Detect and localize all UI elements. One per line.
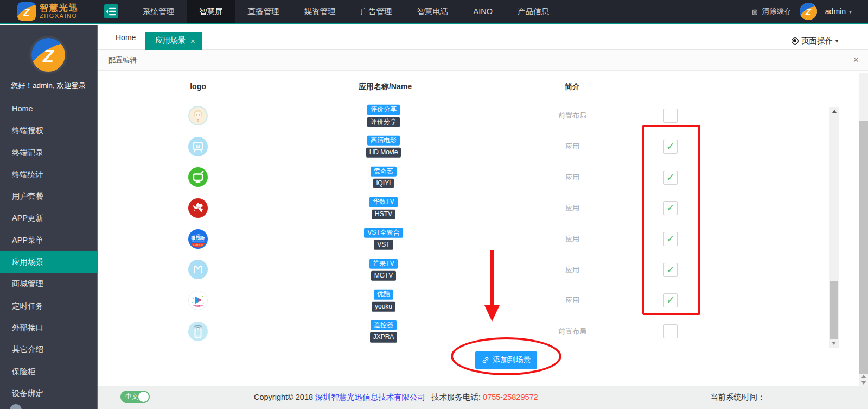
top-nav-item[interactable]: 智慧电话 — [405, 0, 461, 23]
tab-app-scene[interactable]: 应用场景 × — [145, 32, 202, 50]
app-select-checkbox[interactable]: ✓ — [663, 263, 678, 277]
app-title: 智慧光迅 — [40, 4, 79, 13]
sidebar-item[interactable]: 保险柜 — [0, 361, 97, 382]
app-select-checkbox[interactable]: ✓ — [663, 324, 678, 338]
page-scroll-up-icon[interactable] — [861, 375, 866, 378]
page-scrollbar-thumb[interactable] — [859, 121, 868, 374]
sidebar-item[interactable]: 终端授权 — [0, 119, 97, 141]
top-nav-item[interactable]: AINO — [461, 0, 505, 23]
sidebar-item[interactable]: 商城管理 — [0, 273, 97, 294]
sidebar-bottom-circle[interactable] — [10, 404, 22, 409]
collapse-icon — [104, 4, 118, 18]
company-link[interactable]: 深圳智慧光迅信息技术有限公司 — [315, 393, 425, 401]
tab-label: 应用场景 — [155, 36, 186, 46]
app-select-checkbox[interactable]: ✓ — [663, 140, 678, 154]
clear-cache-button[interactable]: 清除缓存 — [751, 7, 792, 16]
col-header-intro: 简介 — [529, 71, 616, 98]
user-menu[interactable]: admin ▾ — [825, 7, 852, 16]
app-intro-text: 应用 — [529, 265, 616, 275]
inner-scrollbar[interactable] — [829, 107, 839, 348]
app-name-cell: 评价分享评价分享 — [329, 105, 438, 127]
panel-close-icon[interactable]: × — [853, 50, 859, 70]
remote-control-icon — [188, 322, 208, 341]
vst-icon: CIBN微视听SmartSound TV4.0极速版 — [188, 229, 208, 249]
col-header-name: 应用名称/Name — [331, 71, 439, 98]
scroll-up-icon[interactable] — [832, 110, 837, 113]
sidebar-item[interactable]: 其它介绍 — [0, 338, 97, 360]
table-body: 评价分享评价分享前置布局✓M高清电影HD Movie应用✓爱奇艺iQIYI应用✓… — [98, 100, 868, 347]
inner-scrollbar-thumb[interactable] — [830, 281, 838, 339]
link-icon — [482, 356, 489, 364]
sidebar-item[interactable]: APP菜单 — [0, 229, 97, 251]
top-nav-item[interactable]: 产品信息 — [505, 0, 561, 23]
app-name-cell: 遥控器JXPRA — [329, 320, 438, 342]
page-scrollbar[interactable] — [859, 73, 868, 387]
add-button-label: 添加到场景 — [493, 355, 531, 365]
app-name-cell: 芒果TVMGTV — [329, 259, 438, 281]
app-logo: Z 智慧光迅 ZHGXAINO — [0, 2, 97, 21]
app-select-checkbox[interactable]: ✓ — [663, 171, 678, 185]
app-select-checkbox[interactable]: ✓ — [663, 109, 678, 123]
app-name-cn-badge: 遥控器 — [371, 320, 397, 330]
sidebar-collapse-button[interactable] — [104, 4, 118, 18]
app-name-cn-badge: 华数TV — [369, 197, 397, 207]
sidebar-item[interactable]: 外部接口 — [0, 317, 97, 338]
sidebar-item[interactable]: 终端记录 — [0, 142, 97, 163]
hstv-icon — [188, 198, 208, 218]
top-nav-item[interactable]: 直播管理 — [235, 0, 292, 23]
top-nav: 系统管理智慧屏直播管理媒资管理广告管理智慧电话AINO产品信息 — [130, 0, 561, 23]
service-phone: 技术服务电话: 0755-25829572 — [431, 386, 538, 408]
app-name-cn-badge: 爱奇艺 — [371, 167, 397, 177]
sidebar-item[interactable]: Home — [0, 98, 97, 119]
sidebar-item[interactable]: 用户套餐 — [0, 185, 97, 207]
tab-home[interactable]: Home — [109, 25, 142, 50]
app-intro-text: 应用 — [529, 203, 616, 213]
iqiyi-icon — [188, 167, 208, 187]
copyright-prefix: Copyright© 2018 — [254, 393, 315, 401]
sidebar-item[interactable]: 设备绑定 — [0, 382, 97, 404]
avatar-logo-icon: Z — [800, 3, 817, 20]
panel-header: 配置编辑 × — [98, 50, 868, 71]
app-intro-text: 前置布局 — [529, 111, 616, 121]
app-list-panel: logo 应用名称/Name 简介 评价分享评价分享前置布局✓M高清电影HD M… — [98, 71, 868, 381]
sidebar-item[interactable]: 终端统计 — [0, 163, 97, 185]
app-intro-text: 前置布局 — [529, 326, 616, 336]
check-icon: ✓ — [664, 263, 677, 276]
table-row: M高清电影HD Movie应用✓ — [98, 131, 868, 162]
app-subtitle: ZHGXAINO — [40, 13, 79, 20]
top-nav-item[interactable]: 智慧屏 — [187, 0, 235, 23]
page-actions-dropdown[interactable]: 页面操作 ▾ — [792, 32, 838, 50]
app-name-cell: 优酷youku — [329, 290, 438, 311]
check-icon: ✓ — [664, 202, 677, 214]
col-header-logo: logo — [171, 71, 225, 98]
app-name-en-badge: 评价分享 — [367, 117, 400, 127]
app-name-cell: 高清电影HD Movie — [329, 136, 438, 158]
language-toggle[interactable]: 中文 — [120, 391, 150, 403]
sidebar-item[interactable]: 定时任务 — [0, 295, 97, 317]
youku-icon: 2018世界杯 — [188, 291, 208, 310]
app-name-cell: 华数TVHSTV — [329, 197, 438, 219]
top-nav-item[interactable]: 广告管理 — [348, 0, 405, 23]
app-select-checkbox[interactable]: ✓ — [663, 232, 678, 246]
page-scroll-down-icon[interactable] — [861, 381, 866, 385]
sidebar-item[interactable]: APP更新 — [0, 207, 97, 229]
tab-close-icon[interactable]: × — [190, 37, 195, 45]
add-to-scene-button[interactable]: 添加到场景 — [475, 351, 537, 369]
app-select-checkbox[interactable]: ✓ — [663, 293, 678, 307]
app-select-checkbox[interactable]: ✓ — [663, 201, 678, 215]
table-row: 遥控器JXPRA前置布局✓ — [98, 316, 868, 347]
trash-icon — [751, 8, 759, 16]
app-name-en-badge: youku — [372, 301, 395, 311]
sidebar-item[interactable]: 应用场景 — [0, 251, 97, 273]
top-nav-item[interactable]: 系统管理 — [130, 0, 187, 23]
table-row: 华数TVHSTV应用✓ — [98, 193, 868, 224]
scroll-down-icon[interactable] — [832, 342, 836, 345]
app-name-cn-badge: 高清电影 — [367, 136, 400, 146]
avatar[interactable]: Z — [800, 3, 817, 20]
svg-text:SmartSound TV: SmartSound TV — [192, 240, 205, 242]
app-name-en-badge: JXPRA — [370, 332, 398, 342]
app-intro-text: 应用 — [529, 173, 616, 183]
svg-text:2018世界杯: 2018世界杯 — [192, 305, 205, 308]
tab-bar: Home 应用场景 × 页面操作 ▾ — [98, 25, 868, 50]
top-nav-item[interactable]: 媒资管理 — [292, 0, 348, 23]
